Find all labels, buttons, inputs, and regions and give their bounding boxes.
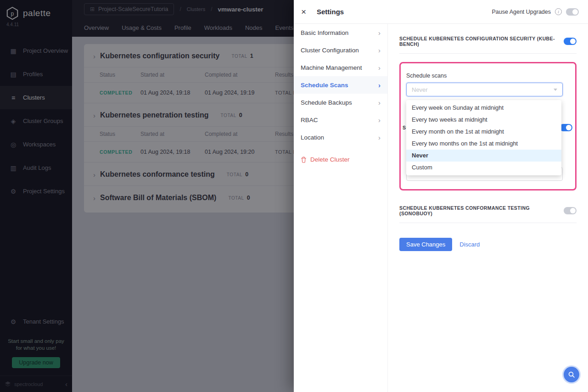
sonobuoy-label: SCHEDULE KUBERNETES CONFORMANCE TESTING … <box>399 205 564 216</box>
chevron-right-icon: › <box>378 29 381 37</box>
chevron-right-icon: › <box>378 81 381 89</box>
settings-nav-location[interactable]: Location› <box>294 129 387 146</box>
chevron-right-icon: › <box>378 99 381 106</box>
pause-agent-upgrades-label: Pause Agent Upgrades <box>492 9 551 15</box>
settings-nav-schedule-scans[interactable]: Schedule Scans› <box>294 76 387 94</box>
toggle-knob <box>570 39 576 44</box>
dropdown-option-biweekly[interactable]: Every two weeks at midnight <box>406 114 561 126</box>
chevron-down-icon <box>554 89 557 91</box>
settings-nav: Basic Information› Cluster Configuration… <box>294 24 388 392</box>
select-value: Never <box>412 86 428 93</box>
delete-cluster-button[interactable]: Delete Cluster <box>294 151 387 168</box>
chevron-right-icon: › <box>378 64 381 72</box>
schedule-scans-select[interactable]: Never <box>406 83 563 96</box>
toggle-knob <box>572 9 578 15</box>
trash-icon <box>301 157 307 163</box>
dropdown-option-never[interactable]: Never <box>406 150 561 162</box>
search-icon <box>568 371 575 378</box>
form-actions: Save Changes Discard <box>399 238 577 251</box>
settings-nav-cluster-configuration[interactable]: Cluster Configuration› <box>294 41 387 59</box>
kube-bench-label: SCHEDULE KUBERNETES CONFIGURATION SECURI… <box>399 36 564 47</box>
save-changes-button[interactable]: Save Changes <box>399 238 452 251</box>
settings-nav-machine-management[interactable]: Machine Management› <box>294 59 387 76</box>
dropdown-option-bimonthly[interactable]: Every two months on the 1st at midnight <box>406 138 561 150</box>
schedule-scans-panel: SCHEDULE KUBERNETES CONFIGURATION SECURI… <box>388 24 588 392</box>
kube-bench-toggle[interactable] <box>564 38 577 45</box>
chevron-right-icon: › <box>378 116 381 124</box>
help-search-fab[interactable] <box>564 367 579 382</box>
kube-bench-row: SCHEDULE KUBERNETES CONFIGURATION SECURI… <box>399 36 577 54</box>
dropdown-option-weekly[interactable]: Every week on Sunday at midnight <box>406 102 561 114</box>
schedule-dropdown-menu: Every week on Sunday at midnight Every t… <box>406 100 561 175</box>
close-icon[interactable]: × <box>301 7 313 17</box>
toggle-knob <box>570 208 576 213</box>
toggle-knob <box>566 125 571 130</box>
chevron-right-icon: › <box>378 134 381 141</box>
dropdown-option-monthly[interactable]: Every month on the 1st at midnight <box>406 126 561 138</box>
settings-title: Settings <box>317 8 344 16</box>
settings-nav-rbac[interactable]: RBAC› <box>294 111 387 129</box>
kube-hunter-toggle[interactable] <box>560 124 572 131</box>
chevron-right-icon: › <box>378 46 381 54</box>
settings-nav-basic-information[interactable]: Basic Information› <box>294 24 387 41</box>
sonobuoy-toggle[interactable] <box>564 207 577 214</box>
settings-drawer: × Settings Pause Agent Upgrades i Basic … <box>294 0 588 392</box>
app-root: p palette 4.4.11 ▦ Project Overview ▤ Pr… <box>0 0 588 392</box>
settings-header: × Settings Pause Agent Upgrades i <box>294 0 588 24</box>
sonobuoy-row: SCHEDULE KUBERNETES CONFORMANCE TESTING … <box>399 205 577 223</box>
dropdown-option-custom[interactable]: Custom <box>406 162 561 174</box>
info-icon[interactable]: i <box>555 8 562 15</box>
pause-agent-upgrades-toggle[interactable] <box>566 8 579 16</box>
tutorial-highlight-box: Schedule scans Never SC Every week on Su… <box>399 62 577 190</box>
schedule-scans-label: Schedule scans <box>406 73 447 79</box>
discard-button[interactable]: Discard <box>459 241 480 248</box>
settings-nav-schedule-backups[interactable]: Schedule Backups› <box>294 94 387 111</box>
